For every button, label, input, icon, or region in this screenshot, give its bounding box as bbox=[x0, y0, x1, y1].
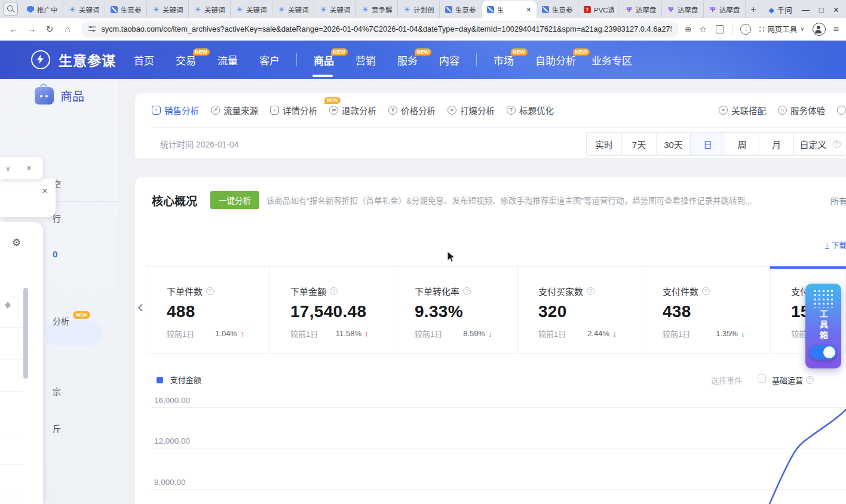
link-service-experience[interactable]: ∩服务体验 bbox=[778, 104, 825, 116]
date-option-month[interactable]: 月 bbox=[759, 133, 793, 155]
tune-icon bbox=[88, 25, 96, 33]
browser-tab[interactable]: ✳关键词 bbox=[147, 1, 189, 18]
gear-icon[interactable]: ⚙ bbox=[12, 236, 21, 249]
download-link[interactable]: ↓ 下载 bbox=[825, 239, 846, 250]
grid-icon: ∷ bbox=[759, 24, 764, 34]
menu-icon[interactable]: ≡ bbox=[833, 24, 839, 35]
address-bar[interactable]: sycm.taobao.com/cc/item_archives?activeK… bbox=[81, 21, 679, 38]
metric-card[interactable]: 下单金额?17,540.48较前1日11.58%↑ bbox=[270, 267, 394, 353]
date-option-realtime[interactable]: 实时 bbox=[587, 133, 621, 155]
extensions-puzzle-icon[interactable] bbox=[716, 25, 724, 33]
nav-item-service[interactable]: 服务NEW bbox=[397, 41, 418, 79]
date-option-7d[interactable]: 7天 bbox=[621, 133, 656, 155]
tab-search-button[interactable] bbox=[4, 2, 18, 16]
toolbox-toggle-on[interactable] bbox=[810, 345, 836, 359]
metric-card[interactable]: 支付买家数?320较前1日2.44%↓ bbox=[518, 267, 642, 353]
tab-detail-analysis[interactable]: ≡详情分析 bbox=[270, 104, 317, 116]
reload-button[interactable]: ↻ bbox=[41, 24, 59, 35]
downloads-icon[interactable]: ↓ bbox=[740, 24, 751, 35]
maximize-button[interactable]: □ bbox=[819, 6, 824, 14]
browser-tab[interactable]: 生意参 bbox=[537, 1, 578, 18]
qianwen-extension-button[interactable]: ◆ 千问 bbox=[769, 4, 792, 16]
nav-item-business-zone[interactable]: 业务专区 bbox=[591, 41, 632, 79]
tab-price-analysis[interactable]: ¥价格分析 bbox=[388, 104, 436, 116]
detail-list-icon: ≡ bbox=[270, 106, 279, 115]
window-controls: ◆ 千问 — □ × bbox=[769, 4, 846, 18]
browser-tab[interactable]: ✳竞争解 bbox=[356, 1, 398, 18]
webtools-menu[interactable]: ∷ 网页工具 ∨ bbox=[759, 23, 804, 35]
browser-toolbar: ← → ↻ ⌂ sycm.taobao.com/cc/item_archives… bbox=[0, 18, 846, 41]
browser-tab[interactable]: 生× bbox=[482, 1, 537, 18]
tab-traffic-source[interactable]: ↗流量来源 bbox=[211, 104, 258, 116]
home-button[interactable]: ⌂ bbox=[59, 24, 76, 34]
browser-tab[interactable]: ✳关键词 bbox=[314, 1, 356, 18]
metric-card[interactable]: 支付件数?438较前1日1.35%↓ bbox=[642, 267, 771, 353]
link-related-match[interactable]: ∞关联搭配 bbox=[719, 104, 766, 116]
minimize-button[interactable]: — bbox=[802, 6, 810, 14]
bookmark-star-icon[interactable]: ☆ bbox=[699, 24, 707, 35]
browser-tab[interactable]: Ψ达摩盘 bbox=[662, 1, 704, 18]
sidebar-item-clipped[interactable]: 宗 bbox=[53, 385, 61, 397]
browser-tab[interactable]: ✳计划创 bbox=[398, 1, 440, 18]
browser-tab[interactable]: ✳关键词 bbox=[63, 1, 105, 18]
change-percent: 11.58% bbox=[336, 329, 361, 338]
metric-card[interactable]: 下单转化率?9.33%较前1日8.59%↓ bbox=[394, 267, 518, 353]
tab-refund-analysis[interactable]: NEW ⇄退款分析 bbox=[329, 104, 376, 116]
nav-item-traffic[interactable]: 流量 bbox=[217, 41, 238, 79]
collapse-chevron-icon[interactable]: ∨ bbox=[5, 164, 11, 173]
divider bbox=[296, 53, 297, 66]
browser-tab[interactable]: ✳关键词 bbox=[231, 1, 272, 18]
core-description: 该商品如有“报名新客折扣（首单礼金）&分期免息、发布短视频、修改手淘推荐渠道主图… bbox=[266, 194, 792, 206]
sidebar-item-clipped[interactable]: 斤 bbox=[53, 422, 61, 434]
browser-tab[interactable]: TPVC透 bbox=[578, 1, 620, 18]
nav-item-customer[interactable]: 客户 bbox=[259, 41, 280, 79]
browser-tab[interactable]: ✳关键词 bbox=[272, 1, 314, 18]
chevron-down-icon: ∨ bbox=[800, 26, 804, 32]
nav-item-trade[interactable]: 交易NEW bbox=[176, 41, 196, 79]
nav-item-market[interactable]: 市场NEW bbox=[493, 41, 514, 79]
tab-close-icon[interactable]: × bbox=[526, 5, 531, 14]
browser-tab[interactable]: 推广中 bbox=[22, 1, 63, 18]
tab-label: 竞争解 bbox=[372, 5, 392, 14]
payment-amount-line-chart[interactable] bbox=[741, 394, 846, 504]
scrollbar-thumb[interactable] bbox=[23, 288, 28, 379]
all-terms-link-clipped[interactable]: 所有 bbox=[830, 195, 846, 207]
sidebar-item-clipped-active[interactable]: 0 bbox=[53, 249, 57, 259]
date-option-week[interactable]: 周 bbox=[725, 133, 759, 155]
metric-card[interactable]: 下单件数?488较前1日1.04%↑ bbox=[146, 267, 270, 353]
base-ops-checkbox[interactable] bbox=[758, 374, 766, 383]
close-icon[interactable]: × bbox=[26, 164, 32, 173]
nav-item-product[interactable]: 商品NEW bbox=[314, 41, 334, 79]
browser-tab[interactable]: ✳关键词 bbox=[189, 1, 231, 18]
toolbox-floater[interactable]: 工具箱 bbox=[805, 284, 841, 368]
new-tab-button[interactable]: + bbox=[746, 2, 761, 17]
browser-tab[interactable]: Ψ达摩盘 bbox=[620, 1, 662, 18]
nav-item-home[interactable]: 首页 bbox=[134, 41, 154, 79]
one-click-analyze-button[interactable]: 一键分析 bbox=[210, 191, 259, 209]
profile-avatar[interactable] bbox=[813, 23, 826, 36]
cards-prev-arrow[interactable]: ‹ bbox=[137, 297, 143, 315]
browser-tab[interactable]: 生意参 bbox=[440, 1, 482, 18]
sidebar-item-clipped[interactable]: 分析 bbox=[53, 315, 69, 327]
tab-title-optimization[interactable]: T标题优化 bbox=[507, 104, 554, 116]
zoom-page-icon[interactable]: ⊕ bbox=[685, 24, 692, 34]
sycm-logo-icon[interactable] bbox=[31, 50, 50, 69]
nav-item-self-analysis[interactable]: 自助分析NEW bbox=[535, 41, 576, 79]
date-option-day[interactable]: 日 bbox=[690, 133, 725, 155]
tab-sales-analysis[interactable]: ▫销售分析 bbox=[152, 104, 199, 116]
forward-button[interactable]: → bbox=[23, 24, 41, 34]
sort-icon[interactable] bbox=[5, 299, 11, 308]
nav-item-content[interactable]: 内容 bbox=[439, 41, 459, 79]
brand-title[interactable]: 生意参谋 bbox=[59, 50, 116, 70]
close-icon[interactable]: × bbox=[42, 186, 48, 196]
nav-item-marketing[interactable]: 营销 bbox=[355, 41, 376, 79]
date-option-custom[interactable]: 自定义? bbox=[793, 133, 846, 155]
date-range-selector: 实时 7天 30天 日 周 月 自定义? bbox=[586, 132, 846, 156]
clipped-link-icon[interactable] bbox=[837, 106, 846, 115]
back-button[interactable]: ← bbox=[5, 24, 23, 34]
tab-explosive-analysis[interactable]: ➤打爆分析 bbox=[447, 104, 495, 116]
browser-tab[interactable]: 生意参 bbox=[105, 1, 147, 18]
browser-tab[interactable]: Ψ达摩盘 bbox=[704, 1, 746, 18]
date-option-30d[interactable]: 30天 bbox=[656, 133, 690, 155]
close-window-button[interactable]: × bbox=[833, 5, 839, 15]
